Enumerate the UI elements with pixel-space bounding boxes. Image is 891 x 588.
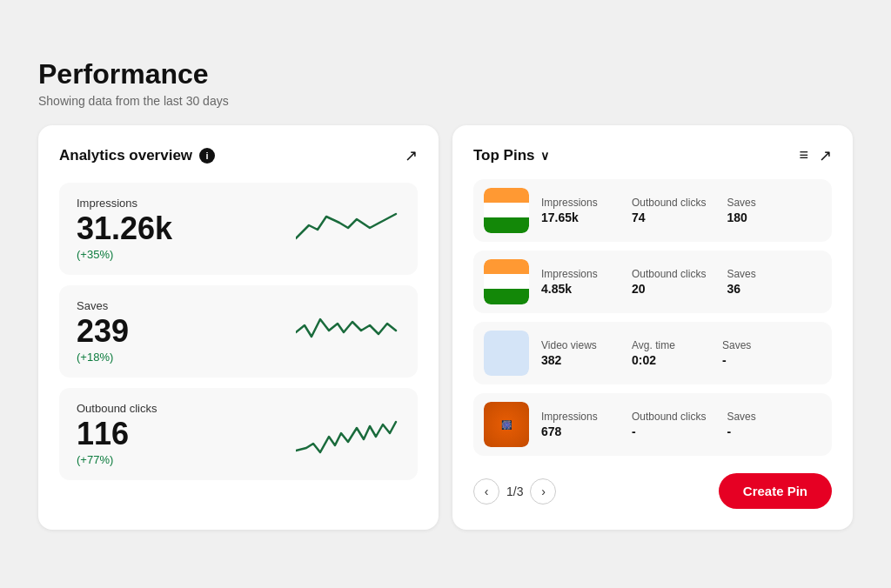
- top-pins-panel: Top Pins ∨ ≡ ↗ Impressions 17.65k: [452, 125, 853, 530]
- pin-3-stat-saves: Saves -: [722, 339, 792, 367]
- analytics-panel: Analytics overview i ↗ Impressions 31.26…: [38, 125, 439, 530]
- outbound-clicks-value: 116: [77, 418, 157, 450]
- pin-row-4[interactable]: 🎆 Impressions 678 Outbound clicks - Save…: [473, 393, 832, 456]
- pagination-controls: ‹ 1/3 ›: [473, 478, 556, 504]
- page-indicator: 1/3: [506, 484, 523, 498]
- pin-2-impressions-label: Impressions: [541, 268, 611, 280]
- analytics-panel-title: Analytics overview: [59, 147, 192, 164]
- analytics-panel-header: Analytics overview i ↗: [59, 146, 418, 165]
- pin-3-video-value: 382: [541, 353, 611, 367]
- export-icon[interactable]: ↗: [819, 146, 832, 165]
- pin-1-stat-saves: Saves 180: [727, 197, 796, 224]
- impressions-change: (+35%): [77, 248, 172, 261]
- pin-1-saves-label: Saves: [727, 197, 796, 209]
- impressions-sparkline: [296, 204, 400, 255]
- pin-image-flag-1: [484, 188, 529, 233]
- outbound-clicks-change: (+77%): [77, 453, 157, 466]
- next-page-button[interactable]: ›: [530, 478, 556, 504]
- outbound-clicks-card: Outbound clicks 116 (+77%): [59, 388, 418, 480]
- page-subtitle: Showing data from the last 30 days: [38, 94, 853, 108]
- pin-4-stats: Impressions 678 Outbound clicks - Saves …: [541, 411, 821, 438]
- saves-change: (+18%): [77, 351, 129, 364]
- pin-2-outbound-value: 20: [632, 282, 706, 296]
- pin-2-stat-impressions: Impressions 4.85k: [541, 268, 611, 296]
- pin-3-avgtime-value: 0:02: [632, 353, 701, 367]
- pin-1-stat-impressions: Impressions 17.65k: [541, 197, 611, 224]
- top-pins-actions: ≡ ↗: [799, 146, 832, 165]
- pin-1-stat-outbound: Outbound clicks 74: [632, 197, 706, 224]
- pin-image-flag-2: [484, 259, 529, 304]
- pin-1-impressions-value: 17.65k: [541, 210, 611, 224]
- prev-page-button[interactable]: ‹: [473, 478, 499, 504]
- impressions-card: Impressions 31.26k (+35%): [59, 183, 418, 275]
- pin-3-avgtime-label: Avg. time: [632, 339, 701, 351]
- pin-thumbnail-1: [484, 188, 529, 233]
- pin-image-orange-4: 🎆: [484, 402, 529, 447]
- outbound-clicks-label: Outbound clicks: [77, 402, 157, 415]
- pin-4-stat-impressions: Impressions 678: [541, 411, 611, 438]
- pin-3-stats: Video views 382 Avg. time 0:02 Saves -: [541, 339, 821, 367]
- pin-4-stat-saves: Saves -: [727, 411, 796, 438]
- chevron-down-icon: ∨: [540, 149, 549, 163]
- pin-1-stats: Impressions 17.65k Outbound clicks 74 Sa…: [541, 197, 821, 224]
- pin-row-3[interactable]: Video views 382 Avg. time 0:02 Saves -: [473, 322, 832, 384]
- pin-row-1[interactable]: Impressions 17.65k Outbound clicks 74 Sa…: [473, 179, 832, 242]
- pin-4-outbound-label: Outbound clicks: [632, 411, 706, 423]
- pin-4-saves-value: -: [727, 424, 796, 438]
- pin-1-outbound-value: 74: [632, 210, 706, 224]
- pagination: ‹ 1/3 › Create Pin: [473, 473, 832, 509]
- pin-row-2[interactable]: Impressions 4.85k Outbound clicks 20 Sav…: [473, 251, 832, 313]
- info-icon[interactable]: i: [199, 148, 215, 164]
- pin-thumbnail-3: [484, 331, 529, 376]
- pin-3-stat-avgtime: Avg. time 0:02: [632, 339, 701, 367]
- external-link-icon[interactable]: ↗: [405, 146, 418, 165]
- pin-3-saves-label: Saves: [722, 339, 792, 351]
- pin-4-stat-outbound: Outbound clicks -: [632, 411, 706, 438]
- outbound-clicks-data: Outbound clicks 116 (+77%): [77, 402, 157, 466]
- filter-icon[interactable]: ≡: [799, 146, 808, 165]
- top-pins-title-btn[interactable]: Top Pins ∨: [473, 147, 549, 164]
- impressions-value: 31.26k: [77, 213, 172, 244]
- top-pins-header: Top Pins ∨ ≡ ↗: [473, 146, 832, 165]
- pin-2-outbound-label: Outbound clicks: [632, 268, 706, 280]
- pin-thumbnail-4: 🎆: [484, 402, 529, 447]
- create-pin-button[interactable]: Create Pin: [719, 473, 832, 509]
- pin-thumbnail-2: [484, 259, 529, 304]
- pin-4-saves-label: Saves: [727, 411, 796, 423]
- pin-4-outbound-value: -: [632, 424, 706, 438]
- pin-3-saves-value: -: [722, 353, 792, 367]
- pin-1-impressions-label: Impressions: [541, 197, 611, 209]
- pin-2-saves-label: Saves: [727, 268, 796, 280]
- pin-4-impressions-value: 678: [541, 424, 611, 438]
- pin-2-impressions-value: 4.85k: [541, 282, 611, 296]
- saves-card: Saves 239 (+18%): [59, 285, 418, 378]
- saves-data: Saves 239 (+18%): [77, 299, 129, 364]
- pin-2-stat-outbound: Outbound clicks 20: [632, 268, 706, 296]
- page-title: Performance: [38, 58, 853, 90]
- pin-1-saves-value: 180: [727, 210, 796, 224]
- pin-2-stats: Impressions 4.85k Outbound clicks 20 Sav…: [541, 268, 821, 296]
- pin-1-outbound-label: Outbound clicks: [632, 197, 706, 209]
- pin-2-stat-saves: Saves 36: [727, 268, 796, 296]
- page-wrapper: Performance Showing data from the last 3…: [17, 37, 874, 551]
- saves-value: 239: [77, 316, 129, 347]
- saves-sparkline: [296, 306, 400, 357]
- main-content: Analytics overview i ↗ Impressions 31.26…: [38, 125, 853, 530]
- pin-3-video-label: Video views: [541, 339, 611, 351]
- pin-image-blue-3: [484, 331, 529, 376]
- pin-2-saves-value: 36: [727, 282, 796, 296]
- saves-label: Saves: [77, 299, 129, 312]
- impressions-data: Impressions 31.26k (+35%): [77, 197, 172, 261]
- pin-4-impressions-label: Impressions: [541, 411, 611, 423]
- top-pins-label: Top Pins: [473, 147, 535, 164]
- outbound-clicks-sparkline: [296, 409, 400, 460]
- impressions-label: Impressions: [77, 197, 172, 210]
- pin-3-stat-video: Video views 382: [541, 339, 611, 367]
- analytics-header-left: Analytics overview i: [59, 147, 215, 164]
